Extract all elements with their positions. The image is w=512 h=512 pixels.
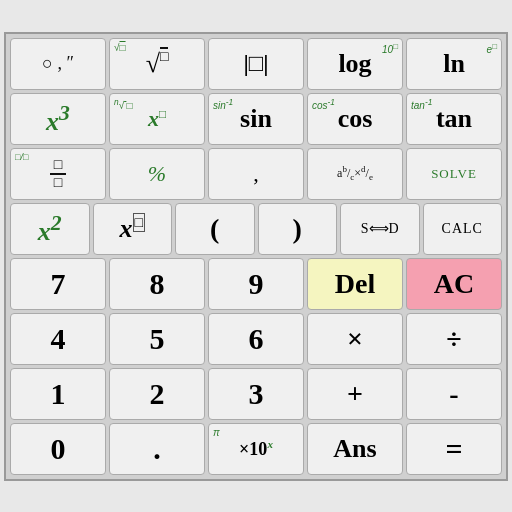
btn-2[interactable]: 2 [109, 368, 205, 420]
btn-x3[interactable]: x3 [10, 93, 106, 145]
btn-multiply[interactable]: × [307, 313, 403, 365]
btn-dot[interactable]: . [109, 423, 205, 475]
btn-sd[interactable]: S⟺D [340, 203, 420, 255]
btn-cos[interactable]: cos-1 cos [307, 93, 403, 145]
btn-abs[interactable]: |□| [208, 38, 304, 90]
row-0: 0 . π ×10x Ans = [10, 423, 502, 475]
calculator: ○ , ″ √□ √□ |□| 10□ log e□ ln x3 n√ □ x□… [4, 32, 508, 481]
btn-1[interactable]: 1 [10, 368, 106, 420]
btn-exp[interactable]: π ×10x [208, 423, 304, 475]
btn-calc[interactable]: CALC [423, 203, 503, 255]
row-456: 4 5 6 × ÷ [10, 313, 502, 365]
btn-8[interactable]: 8 [109, 258, 205, 310]
btn-tan[interactable]: tan-1 tan [406, 93, 502, 145]
btn-sqrt[interactable]: √□ √□ [109, 38, 205, 90]
btn-plus[interactable]: + [307, 368, 403, 420]
btn-ans[interactable]: Ans [307, 423, 403, 475]
row-power: x2 x□ ( ) S⟺D CALC [10, 203, 502, 255]
btn-x2[interactable]: x2 [10, 203, 90, 255]
btn-mixedfrac[interactable]: ab/c×d/e [307, 148, 403, 200]
btn-xn[interactable]: x□ [93, 203, 173, 255]
btn-equals[interactable]: = [406, 423, 502, 475]
btn-ac[interactable]: AC [406, 258, 502, 310]
btn-log[interactable]: 10□ log [307, 38, 403, 90]
btn-divide[interactable]: ÷ [406, 313, 502, 365]
btn-del[interactable]: Del [307, 258, 403, 310]
btn-5[interactable]: 5 [109, 313, 205, 365]
btn-degree[interactable]: ○ , ″ [10, 38, 106, 90]
row-123: 1 2 3 + - [10, 368, 502, 420]
btn-comma[interactable]: , [208, 148, 304, 200]
row-789: 7 8 9 Del AC [10, 258, 502, 310]
row-special1: ○ , ″ √□ √□ |□| 10□ log e□ ln [10, 38, 502, 90]
btn-nthroot[interactable]: n√ □ x□ [109, 93, 205, 145]
btn-minus[interactable]: - [406, 368, 502, 420]
btn-openparen[interactable]: ( [175, 203, 255, 255]
btn-0[interactable]: 0 [10, 423, 106, 475]
btn-solve[interactable]: SOLVE [406, 148, 502, 200]
row-special2: x3 n√ □ x□ sin-1 sin cos-1 cos tan-1 tan [10, 93, 502, 145]
btn-ln[interactable]: e□ ln [406, 38, 502, 90]
btn-3[interactable]: 3 [208, 368, 304, 420]
btn-fraction[interactable]: □/□ □ □ [10, 148, 106, 200]
btn-9[interactable]: 9 [208, 258, 304, 310]
btn-closeparen[interactable]: ) [258, 203, 338, 255]
btn-sin[interactable]: sin-1 sin [208, 93, 304, 145]
btn-4[interactable]: 4 [10, 313, 106, 365]
btn-7[interactable]: 7 [10, 258, 106, 310]
row-fraction: □/□ □ □ % , ab/c×d/e SOLVE [10, 148, 502, 200]
btn-percent[interactable]: % [109, 148, 205, 200]
btn-6[interactable]: 6 [208, 313, 304, 365]
